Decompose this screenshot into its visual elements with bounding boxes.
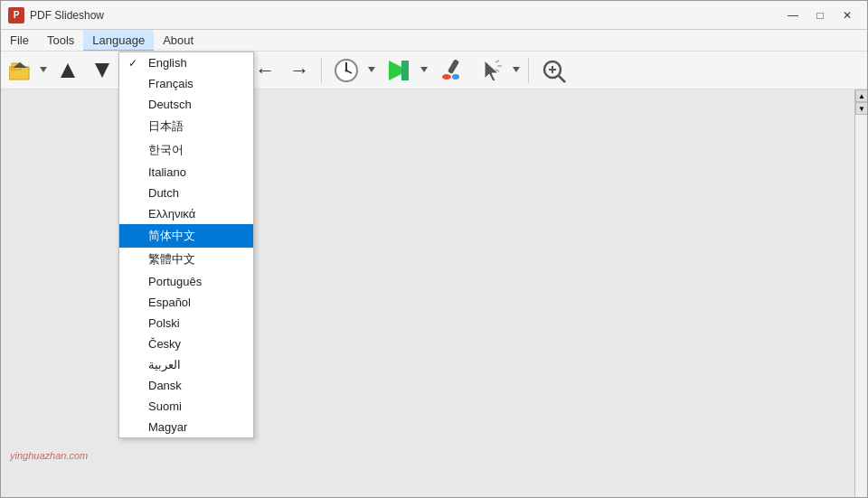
lang-dutch[interactable]: Dutch xyxy=(119,183,253,203)
open-dropdown-arrow[interactable] xyxy=(37,55,50,86)
zoom-button[interactable] xyxy=(534,55,572,86)
svg-marker-3 xyxy=(40,67,47,72)
lang-italiano[interactable]: Italiano xyxy=(119,162,253,183)
lang-polish[interactable]: Polski xyxy=(119,313,253,334)
title-bar: P PDF Slideshow — □ ✕ xyxy=(1,1,867,30)
check-english: ✓ xyxy=(128,57,137,70)
svg-marker-21 xyxy=(513,67,520,72)
svg-point-16 xyxy=(452,74,459,80)
svg-marker-10 xyxy=(368,67,375,72)
lang-english[interactable]: ✓ English xyxy=(119,52,253,73)
menu-file[interactable]: File xyxy=(1,30,38,51)
lang-japanese[interactable]: 日本語 xyxy=(119,115,253,138)
menu-tools[interactable]: Tools xyxy=(38,30,83,51)
watermark: yinghuazhan.com xyxy=(10,450,88,461)
open-button[interactable] xyxy=(5,55,37,86)
lang-simplified-chinese[interactable]: 简体中文 xyxy=(119,224,253,248)
next-button[interactable]: → xyxy=(283,55,316,86)
lang-portuguese[interactable]: Português xyxy=(119,271,253,292)
cursor-btn-group xyxy=(472,55,523,86)
scroll-down-button[interactable] xyxy=(86,55,118,86)
maximize-button[interactable]: □ xyxy=(807,5,833,25)
svg-line-18 xyxy=(495,61,499,62)
present-button[interactable] xyxy=(380,55,418,86)
present-dropdown-arrow[interactable] xyxy=(418,55,430,86)
lang-arabic[interactable]: العربية xyxy=(119,354,253,375)
menu-about[interactable]: About xyxy=(154,30,203,51)
menu-bar: File Tools Language About ✓ English Fran… xyxy=(1,30,867,52)
separator-1 xyxy=(321,58,322,83)
lang-finnish[interactable]: Suomi xyxy=(119,396,253,417)
lang-spanish[interactable]: Español xyxy=(119,292,253,313)
lang-deutsch[interactable]: Deutsch xyxy=(119,94,253,115)
svg-point-15 xyxy=(442,74,451,80)
lang-danish[interactable]: Dansk xyxy=(119,375,253,396)
svg-marker-13 xyxy=(420,67,428,72)
timer-button[interactable] xyxy=(327,55,365,86)
main-window: P PDF Slideshow — □ ✕ File Tools Languag… xyxy=(0,0,868,498)
window-title: PDF Slideshow xyxy=(30,9,780,22)
app-icon: P xyxy=(8,7,24,23)
svg-rect-14 xyxy=(448,59,459,74)
lang-francais[interactable]: Français xyxy=(119,73,253,94)
lang-traditional-chinese[interactable]: 繁體中文 xyxy=(119,248,253,271)
svg-line-23 xyxy=(559,76,565,82)
menu-language[interactable]: Language xyxy=(83,30,154,51)
scrollbar-up[interactable]: ▲ xyxy=(855,89,867,102)
close-button[interactable]: ✕ xyxy=(835,5,860,25)
separator-2 xyxy=(528,58,529,83)
lang-greek[interactable]: Ελληνικά xyxy=(119,203,253,224)
lang-hungarian[interactable]: Magyar xyxy=(119,417,253,437)
language-dropdown: ✓ English Français Deutsch 日本語 한국어 Itali… xyxy=(118,52,254,438)
scrollbar-down[interactable]: ▼ xyxy=(855,102,867,115)
cursor-button[interactable] xyxy=(472,55,510,86)
open-btn-group xyxy=(5,55,50,86)
timer-dropdown-arrow[interactable] xyxy=(365,55,378,86)
scrollbar[interactable]: ▲ ▼ xyxy=(854,89,867,497)
svg-marker-12 xyxy=(401,61,409,80)
present-btn-group xyxy=(380,55,430,86)
lang-korean[interactable]: 한국어 xyxy=(119,138,253,162)
svg-marker-4 xyxy=(61,63,75,78)
svg-marker-5 xyxy=(95,63,109,78)
minimize-button[interactable]: — xyxy=(780,5,806,25)
window-controls: — □ ✕ xyxy=(780,5,860,25)
lang-czech[interactable]: Česky xyxy=(119,334,253,354)
svg-marker-17 xyxy=(485,61,498,81)
svg-point-9 xyxy=(345,69,348,71)
cursor-dropdown-arrow[interactable] xyxy=(510,55,523,86)
timer-btn-group xyxy=(327,55,378,86)
paint-button[interactable] xyxy=(432,55,470,86)
scroll-up-button[interactable] xyxy=(52,55,84,86)
